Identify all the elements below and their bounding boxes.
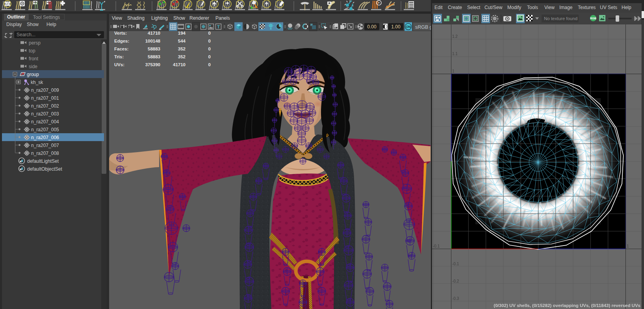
svg-text:persp: persp <box>29 40 41 46</box>
svg-text:</>: </> <box>4 2 11 6</box>
svg-text:n_ra207_007: n_ra207_007 <box>31 143 59 148</box>
svg-text:375390: 375390 <box>145 62 160 67</box>
svg-text:100148: 100148 <box>145 39 161 43</box>
svg-text:41710: 41710 <box>173 62 186 67</box>
svg-text:defaultLightSet: defaultLightSet <box>27 158 59 164</box>
svg-text:0: 0 <box>208 62 211 67</box>
svg-text:-0.3: -0.3 <box>452 296 459 301</box>
svg-text:front: front <box>29 56 39 61</box>
svg-text:194: 194 <box>178 31 186 35</box>
svg-text:58883: 58883 <box>148 54 160 59</box>
svg-text:0: 0 <box>208 47 211 51</box>
svg-text:0: 0 <box>208 54 211 59</box>
svg-text:n_ra207_006: n_ra207_006 <box>31 135 59 140</box>
svg-text:UVs:: UVs: <box>114 62 124 67</box>
svg-text:side: side <box>29 64 37 69</box>
svg-text:1.1: 1.1 <box>452 52 458 56</box>
svg-text:defaultObjectSet: defaultObjectSet <box>27 166 62 172</box>
svg-text:352: 352 <box>178 54 186 59</box>
svg-text:41710: 41710 <box>148 31 160 35</box>
svg-text:Tris:: Tris: <box>114 54 124 59</box>
svg-text:0: 0 <box>208 31 211 35</box>
svg-text:-0.2: -0.2 <box>452 279 459 283</box>
svg-text:n_ra207_009: n_ra207_009 <box>31 87 59 93</box>
svg-text:1.2: 1.2 <box>452 34 458 39</box>
svg-text:No texture found: No texture found <box>544 16 577 21</box>
svg-text:(0/302) UV shells, (0/15282) o: (0/302) UV shells, (0/15282) overlapping… <box>494 303 640 308</box>
svg-text:group: group <box>27 72 39 77</box>
svg-text:top: top <box>29 48 35 54</box>
svg-text:kh_sk: kh_sk <box>31 80 43 85</box>
svg-text:n_ra207_003: n_ra207_003 <box>31 111 59 117</box>
svg-text:Edges:: Edges: <box>114 39 129 43</box>
svg-text:58883: 58883 <box>148 47 160 51</box>
svg-text:0: 0 <box>208 39 211 43</box>
svg-text:1: 1 <box>627 244 629 248</box>
svg-text:RGB: RGB <box>590 17 596 20</box>
svg-text:Faces:: Faces: <box>114 47 128 51</box>
svg-text:-0.1: -0.1 <box>433 244 440 248</box>
svg-text:544: 544 <box>178 39 186 43</box>
svg-text:n_ra207_002: n_ra207_002 <box>31 103 59 109</box>
svg-text:Verts:: Verts: <box>114 31 127 35</box>
svg-text:1: 1 <box>452 69 455 73</box>
svg-text:T: T <box>217 24 220 29</box>
svg-text:n_ra207_008: n_ra207_008 <box>31 151 59 156</box>
svg-text:0.00: 0.00 <box>367 24 377 30</box>
svg-text:sRGB ga: sRGB ga <box>415 24 431 30</box>
svg-text:ON: ON <box>406 25 411 29</box>
svg-text:1.00: 1.00 <box>391 24 401 30</box>
svg-text:n_ra207_001: n_ra207_001 <box>31 95 59 101</box>
svg-text:n_ra207_005: n_ra207_005 <box>31 127 59 132</box>
svg-text:-0.1: -0.1 <box>452 262 459 266</box>
svg-text:n_ra207_004: n_ra207_004 <box>31 119 59 125</box>
svg-text:352: 352 <box>178 47 186 51</box>
